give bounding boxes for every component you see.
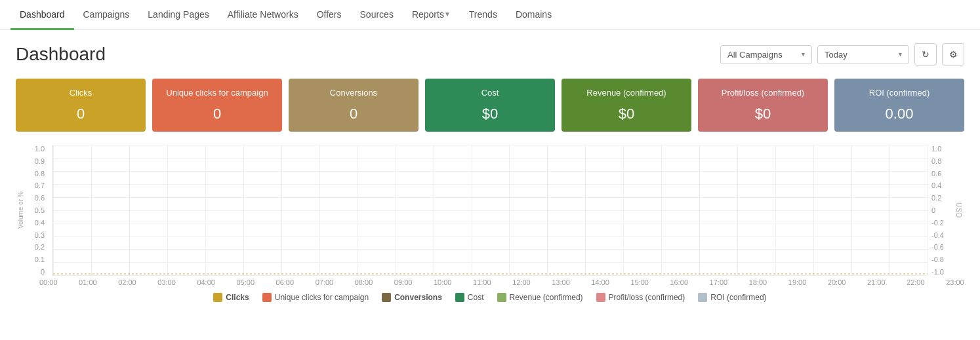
x-tick-21: 21:00 bbox=[867, 278, 886, 286]
y-axis-left-ticks: 1.00.90.80.70.60.50.40.30.20.10 bbox=[25, 145, 49, 276]
x-tick-2: 02:00 bbox=[118, 278, 136, 286]
legend-dot-clicks-legend bbox=[213, 293, 222, 302]
y-tick-left-8: 0.2 bbox=[35, 243, 45, 251]
nav-item-campaigns[interactable]: Campaigns bbox=[74, 0, 139, 30]
y-tick-left-4: 0.6 bbox=[35, 194, 45, 202]
x-tick-5: 05:00 bbox=[236, 278, 255, 286]
date-dropdown[interactable]: TodayYesterdayLast 7 daysLast 30 days bbox=[817, 45, 909, 64]
legend-item-roi-legend: ROI (confirmed) bbox=[698, 293, 766, 302]
nav-item-trends[interactable]: Trends bbox=[460, 0, 506, 30]
y-tick-right-5: 0 bbox=[931, 206, 935, 214]
legend-dot-revenue-legend bbox=[497, 293, 506, 302]
y-axis-right-ticks: 1.00.80.60.40.20-0.2-0.4-0.6-0.8-1.0 bbox=[928, 145, 954, 276]
x-tick-14: 14:00 bbox=[591, 278, 609, 286]
nav-label-dashboard: Dashboard bbox=[20, 9, 65, 20]
stat-value-unique-clicks: 0 bbox=[159, 105, 276, 123]
legend-item-profit-legend: Profit/loss (confirmed) bbox=[596, 293, 685, 302]
nav-item-offers[interactable]: Offers bbox=[308, 0, 351, 30]
x-tick-17: 17:00 bbox=[710, 278, 728, 286]
stat-value-clicks: 0 bbox=[22, 105, 139, 123]
legend-item-unique-clicks-legend: Unique clicks for campaign bbox=[262, 293, 369, 302]
y-tick-left-2: 0.8 bbox=[35, 170, 45, 178]
main-nav: DashboardCampaignsLanding PagesAffiliate… bbox=[0, 0, 980, 30]
x-tick-3: 03:00 bbox=[157, 278, 176, 286]
legend-dot-unique-clicks-legend bbox=[262, 293, 272, 302]
nav-label-trends: Trends bbox=[469, 9, 497, 20]
chart-wrap: Volume or % 1.00.90.80.70.60.50.40.30.20… bbox=[16, 145, 964, 276]
legend-dot-profit-legend bbox=[596, 293, 605, 302]
stat-value-cost: $0 bbox=[432, 105, 548, 123]
legend-label-clicks-legend: Clicks bbox=[226, 293, 249, 302]
x-tick-10: 10:00 bbox=[434, 278, 452, 286]
settings-button[interactable]: ⚙ bbox=[942, 43, 964, 66]
campaigns-select-wrapper: All Campaigns bbox=[720, 45, 812, 64]
y-axis-volume-label: Volume or % bbox=[16, 145, 25, 276]
y-axis-usd-label: USD bbox=[954, 145, 963, 276]
y-tick-left-9: 0.1 bbox=[35, 255, 45, 263]
stat-label-conversions: Conversions bbox=[295, 88, 412, 98]
legend-dot-cost-legend bbox=[455, 293, 464, 302]
x-tick-19: 19:00 bbox=[788, 278, 807, 286]
header-controls: All Campaigns TodayYesterdayLast 7 daysL… bbox=[720, 43, 964, 66]
nav-item-landing-pages[interactable]: Landing Pages bbox=[138, 0, 218, 30]
x-tick-0: 00:00 bbox=[39, 278, 58, 286]
refresh-button[interactable]: ↻ bbox=[914, 43, 937, 66]
y-tick-right-8: -0.6 bbox=[931, 243, 944, 251]
nav-item-domains[interactable]: Domains bbox=[506, 0, 561, 30]
stat-label-clicks: Clicks bbox=[22, 88, 139, 98]
x-tick-23: 23:00 bbox=[946, 278, 964, 286]
y-tick-right-1: 0.8 bbox=[931, 157, 941, 165]
nav-caret-reports: ▼ bbox=[444, 10, 451, 18]
x-tick-20: 20:00 bbox=[828, 278, 846, 286]
x-axis: 00:0001:0002:0003:0004:0005:0006:0007:00… bbox=[16, 276, 964, 286]
stat-card-cost: Cost $0 bbox=[425, 79, 555, 132]
stat-label-roi: ROI (confirmed) bbox=[841, 88, 958, 98]
y-tick-left-5: 0.5 bbox=[35, 206, 45, 214]
stat-label-cost: Cost bbox=[432, 88, 548, 98]
campaigns-dropdown[interactable]: All Campaigns bbox=[720, 45, 812, 64]
nav-item-affiliate-networks[interactable]: Affiliate Networks bbox=[218, 0, 308, 30]
y-tick-left-0: 1.0 bbox=[35, 145, 45, 153]
y-tick-left-10: 0 bbox=[41, 268, 45, 276]
y-tick-right-9: -0.8 bbox=[931, 255, 944, 263]
stat-value-profit: $0 bbox=[704, 105, 821, 123]
legend-item-clicks-legend: Clicks bbox=[213, 293, 249, 302]
nav-item-reports[interactable]: Reports ▼ bbox=[403, 0, 460, 30]
x-tick-11: 11:00 bbox=[473, 278, 491, 286]
stat-label-profit: Profit/loss (confirmed) bbox=[704, 88, 821, 98]
stat-label-unique-clicks: Unique clicks for campaign bbox=[159, 88, 276, 98]
x-tick-12: 12:00 bbox=[512, 278, 531, 286]
nav-label-affiliate-networks: Affiliate Networks bbox=[228, 9, 298, 20]
legend-label-profit-legend: Profit/loss (confirmed) bbox=[609, 293, 685, 302]
legend-item-cost-legend: Cost bbox=[455, 293, 484, 302]
nav-label-landing-pages: Landing Pages bbox=[148, 9, 209, 20]
legend-item-conversions-legend: Conversions bbox=[382, 293, 442, 302]
x-tick-16: 16:00 bbox=[670, 278, 689, 286]
y-axis-left-container: Volume or % 1.00.90.80.70.60.50.40.30.20… bbox=[16, 145, 52, 276]
legend-label-roi-legend: ROI (confirmed) bbox=[710, 293, 766, 302]
y-axis-right-container: 1.00.80.60.40.20-0.2-0.4-0.6-0.8-1.0 USD bbox=[928, 145, 964, 276]
x-tick-18: 18:00 bbox=[749, 278, 767, 286]
stat-card-profit: Profit/loss (confirmed) $0 bbox=[698, 79, 828, 132]
legend-dot-roi-legend bbox=[698, 293, 707, 302]
date-select-wrapper: TodayYesterdayLast 7 daysLast 30 days bbox=[817, 45, 909, 64]
x-tick-9: 09:00 bbox=[394, 278, 413, 286]
stat-value-roi: 0.00 bbox=[841, 105, 958, 123]
chart-legend: Clicks Unique clicks for campaign Conver… bbox=[16, 293, 964, 302]
stat-value-revenue: $0 bbox=[568, 105, 685, 123]
chart-svg bbox=[53, 145, 928, 275]
y-tick-left-3: 0.7 bbox=[35, 181, 45, 189]
stat-card-unique-clicks: Unique clicks for campaign 0 bbox=[152, 79, 282, 132]
stat-value-conversions: 0 bbox=[295, 105, 412, 123]
stat-card-roi: ROI (confirmed) 0.00 bbox=[834, 79, 964, 132]
nav-item-dashboard[interactable]: Dashboard bbox=[10, 0, 74, 30]
nav-item-sources[interactable]: Sources bbox=[351, 0, 403, 30]
x-tick-6: 06:00 bbox=[276, 278, 295, 286]
stat-card-clicks: Clicks 0 bbox=[16, 79, 146, 132]
legend-label-unique-clicks-legend: Unique clicks for campaign bbox=[275, 293, 369, 302]
main-content: Dashboard All Campaigns TodayYesterdayLa… bbox=[0, 30, 980, 315]
y-tick-right-6: -0.2 bbox=[931, 219, 944, 227]
header-row: Dashboard All Campaigns TodayYesterdayLa… bbox=[16, 43, 964, 66]
stat-label-revenue: Revenue (confirmed) bbox=[568, 88, 685, 98]
stat-card-conversions: Conversions 0 bbox=[289, 79, 419, 132]
